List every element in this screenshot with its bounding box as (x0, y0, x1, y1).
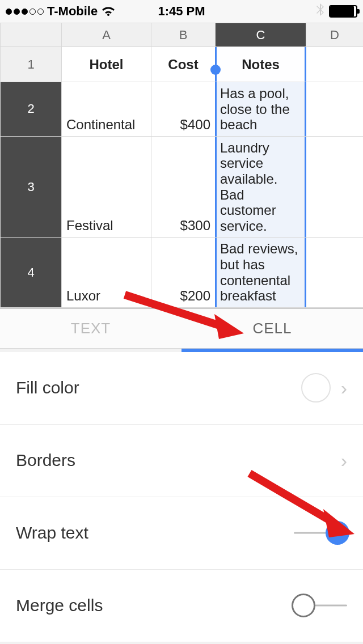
wrap-text-toggle[interactable] (294, 524, 347, 541)
select-all-corner[interactable] (1, 23, 62, 47)
cell-B3[interactable]: $300 (151, 136, 216, 238)
cell-D4[interactable] (306, 238, 364, 307)
merge-cells-label: Merge cells (16, 596, 294, 615)
fill-color-label: Fill color (16, 378, 301, 397)
borders-label: Borders (16, 451, 331, 470)
cell-C4[interactable]: Bad reviews, but has contenental breakfa… (216, 238, 306, 307)
option-fill-color[interactable]: Fill color › (0, 352, 363, 425)
chevron-right-icon: › (341, 450, 347, 472)
tab-cell[interactable]: CELL (182, 309, 363, 348)
status-right (316, 3, 357, 20)
cell-D2[interactable] (306, 82, 364, 137)
chevron-right-icon: › (341, 377, 347, 399)
cell-B4[interactable]: $200 (151, 238, 216, 307)
cell-A3[interactable]: Festival (62, 136, 151, 238)
row-3: 3 Festival $300 Laundry service availabl… (1, 136, 364, 238)
format-tabs: TEXT CELL (0, 308, 363, 349)
cell-A4[interactable]: Luxor (62, 238, 151, 307)
column-header-D[interactable]: D (306, 23, 364, 47)
cell-A1[interactable]: Hotel (62, 47, 151, 82)
bluetooth-icon (316, 3, 324, 20)
selection-handle-icon[interactable] (210, 65, 221, 75)
merge-cells-toggle[interactable] (294, 597, 347, 614)
wrap-text-label: Wrap text (16, 523, 294, 543)
row-header-2[interactable]: 2 (1, 82, 62, 137)
cell-B1[interactable]: Cost (151, 47, 216, 82)
row-header-3[interactable]: 3 (1, 136, 62, 238)
cell-format-options: Fill color › Borders › Wrap text Merge c… (0, 352, 363, 642)
option-borders[interactable]: Borders › (0, 425, 363, 497)
fill-color-swatch-icon (301, 373, 331, 402)
row-4: 4 Luxor $200 Bad reviews, but has conten… (1, 238, 364, 307)
cell-C3[interactable]: Laundry service available. Bad customer … (216, 136, 306, 238)
signal-dots-icon (6, 9, 44, 15)
cell-C1[interactable]: Notes (216, 47, 306, 82)
spreadsheet[interactable]: A B C D 1 Hotel Cost Notes 2 Continental… (0, 23, 363, 308)
option-wrap-text[interactable]: Wrap text (0, 497, 363, 570)
cell-D3[interactable] (306, 136, 364, 238)
cell-B2[interactable]: $400 (151, 82, 216, 137)
column-header-row: A B C D (1, 23, 364, 47)
carrier-label: T-Mobile (47, 4, 98, 19)
option-merge-cells[interactable]: Merge cells (0, 570, 363, 642)
tab-text[interactable]: TEXT (0, 309, 182, 348)
status-bar: T-Mobile 1:45 PM (0, 0, 363, 23)
column-header-C[interactable]: C (216, 23, 306, 47)
row-header-4[interactable]: 4 (1, 238, 62, 307)
cell-D1[interactable] (306, 47, 364, 82)
status-time: 1:45 PM (158, 4, 205, 19)
cell-A2[interactable]: Continental (62, 82, 151, 137)
column-header-A[interactable]: A (62, 23, 151, 47)
row-2: 2 Continental $400 Has a pool, close to … (1, 82, 364, 137)
row-1: 1 Hotel Cost Notes (1, 47, 364, 82)
cell-C2[interactable]: Has a pool, close to the beach (216, 82, 306, 137)
status-left: T-Mobile (6, 4, 116, 19)
row-header-1[interactable]: 1 (1, 47, 62, 82)
wifi-icon (101, 6, 116, 17)
column-header-B[interactable]: B (151, 23, 216, 47)
battery-icon (329, 5, 357, 18)
